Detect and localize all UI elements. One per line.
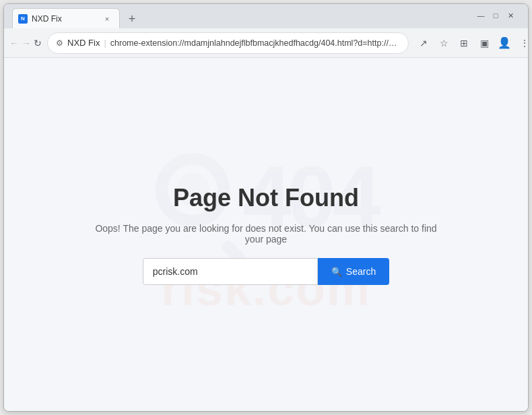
forward-icon: →	[22, 38, 31, 49]
share-button[interactable]: ↗	[414, 34, 433, 53]
address-url: chrome-extension://mdamjnlahndejflbfbmac…	[110, 38, 400, 48]
tab-favicon: N	[18, 14, 28, 24]
search-input[interactable]	[143, 258, 318, 285]
profile-icon: 👤	[498, 36, 511, 49]
back-icon: ←	[9, 38, 19, 49]
extensions-button[interactable]: ⊞	[455, 34, 473, 53]
new-tab-button[interactable]: +	[123, 9, 141, 28]
active-tab[interactable]: N NXD Fix ×	[12, 8, 120, 28]
maximize-button[interactable]: □	[490, 11, 501, 20]
page-title: Page Not Found	[173, 184, 359, 212]
tab-overview-icon: ▣	[480, 38, 489, 49]
share-icon: ↗	[420, 38, 428, 49]
extensions-icon: ⊞	[460, 38, 468, 49]
reload-button[interactable]: ↻	[34, 34, 42, 53]
search-icon: 🔍	[331, 267, 342, 277]
tab-strip: N NXD Fix × +	[9, 8, 523, 28]
title-bar: N NXD Fix × + — □ ✕	[4, 4, 528, 28]
reload-icon: ↻	[34, 38, 42, 49]
error-subtitle: Oops! The page you are looking for does …	[91, 223, 441, 245]
bookmark-icon: ☆	[440, 38, 448, 49]
address-separator: |	[104, 38, 106, 48]
minimize-button[interactable]: —	[475, 11, 486, 20]
close-window-button[interactable]: ✕	[505, 11, 516, 20]
toolbar-actions: ↗ ☆ ⊞ ▣ 👤 ⋮	[414, 34, 529, 53]
extension-icon: ⚙	[56, 38, 63, 48]
browser-window: N NXD Fix × + — □ ✕ ← → ↻ ⚙ NXD Fix |	[3, 3, 529, 412]
back-button[interactable]: ←	[9, 34, 19, 53]
toolbar: ← → ↻ ⚙ NXD Fix | chrome-extension://mda…	[4, 28, 528, 58]
search-row: 🔍 Search	[143, 258, 389, 285]
tab-close-button[interactable]: ×	[102, 13, 112, 24]
bookmark-button[interactable]: ☆	[434, 34, 453, 53]
address-bar[interactable]: ⚙ NXD Fix | chrome-extension://mdamjnlah…	[47, 32, 409, 54]
tab-title: NXD Fix	[32, 14, 98, 24]
menu-icon: ⋮	[520, 38, 529, 49]
error-content: Page Not Found Oops! The page you are lo…	[91, 184, 441, 285]
address-site-name: NXD Fix	[67, 38, 100, 48]
page-content: 404 risk.com Page Not Found Oops! The pa…	[4, 58, 528, 411]
window-controls: — □ ✕	[475, 11, 516, 20]
search-button-label: Search	[346, 266, 376, 277]
forward-button[interactable]: →	[22, 34, 31, 53]
tab-overview-button[interactable]: ▣	[475, 34, 494, 53]
search-button[interactable]: 🔍 Search	[318, 258, 389, 285]
profile-button[interactable]: 👤	[495, 34, 514, 53]
menu-button[interactable]: ⋮	[515, 34, 529, 53]
